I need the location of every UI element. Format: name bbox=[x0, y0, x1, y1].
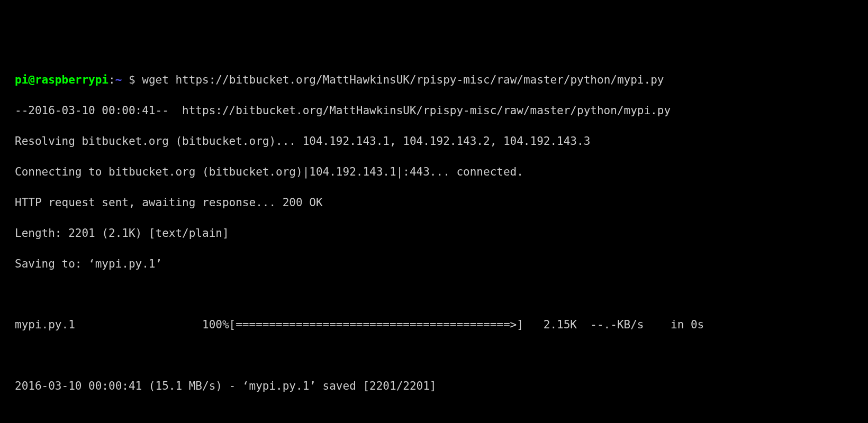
prompt-dollar: $ bbox=[122, 73, 142, 86]
prompt-sep: : bbox=[108, 73, 115, 86]
command-1: wget https://bitbucket.org/MattHawkinsUK… bbox=[142, 73, 664, 86]
wget-progress: mypi.py.1 100%[=========================… bbox=[15, 317, 853, 333]
prompt-line-1[interactable]: pi@raspberrypi:~ $ wget https://bitbucke… bbox=[15, 72, 853, 88]
wget-output: Connecting to bitbucket.org (bitbucket.o… bbox=[15, 164, 853, 180]
wget-done: 2016-03-10 00:00:41 (15.1 MB/s) - ‘mypi.… bbox=[15, 379, 853, 394]
wget-output: Resolving bitbucket.org (bitbucket.org).… bbox=[15, 134, 853, 149]
user-host: pi@raspberrypi bbox=[15, 73, 108, 86]
cwd: ~ bbox=[115, 73, 122, 86]
wget-output: Length: 2201 (2.1K) [text/plain] bbox=[15, 226, 853, 241]
wget-output: HTTP request sent, awaiting response... … bbox=[15, 195, 853, 210]
wget-output: Saving to: ‘mypi.py.1’ bbox=[15, 256, 853, 272]
wget-output: --2016-03-10 00:00:41-- https://bitbucke… bbox=[15, 103, 853, 118]
